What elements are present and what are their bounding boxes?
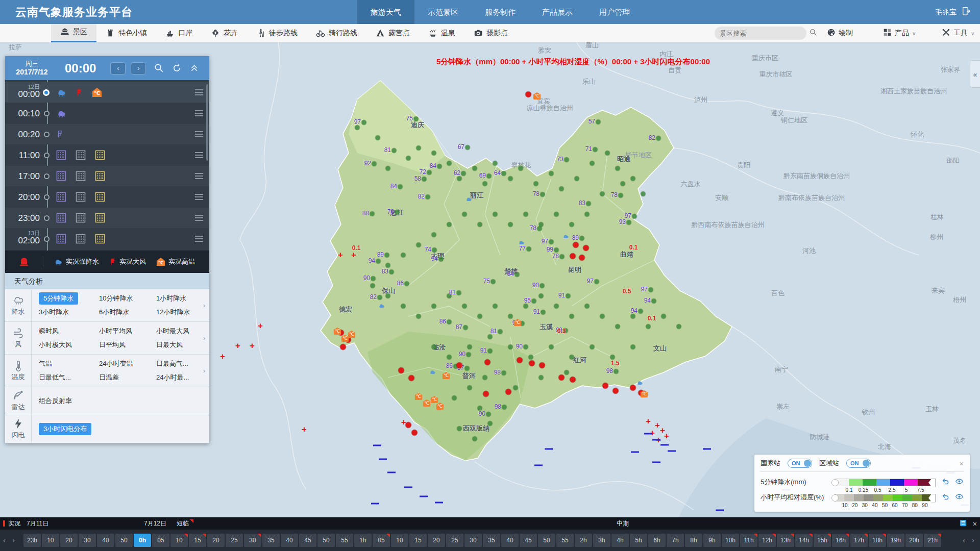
rain-station-dot[interactable] [570,377,576,383]
timebar-right-arrow2[interactable]: › [972,536,974,544]
analysis-option[interactable]: 小时最大风 [156,327,203,336]
station-dot[interactable] [614,369,619,374]
time-button-05[interactable]: 05 [373,534,390,547]
station-dot[interactable] [554,304,559,309]
station-dot[interactable] [646,324,651,329]
analysis-option[interactable]: 组合反射率 [39,396,99,406]
rain-station-dot[interactable] [412,430,418,436]
station-dot[interactable] [541,192,545,197]
station-dot[interactable] [502,371,506,375]
station-dot[interactable] [610,355,615,360]
menu-tab-3[interactable]: 服务制作 [472,0,529,24]
time-button-25[interactable]: 25 [226,534,243,547]
station-dot[interactable] [385,253,389,258]
toolbar-item-camp[interactable]: 露营点 [366,24,419,42]
rain-station-dot[interactable] [340,344,346,350]
station-dot[interactable] [463,325,468,330]
station-dot[interactable] [600,192,605,196]
menu-tab-2[interactable]: 示范景区 [414,0,472,24]
station-dot[interactable] [539,375,544,380]
station-dot[interactable] [355,126,360,130]
station-dot[interactable] [491,280,496,284]
station-dot[interactable] [580,236,584,241]
time-button-10[interactable]: 10 [170,534,188,547]
timeline-row-2300[interactable]: 23:00 [5,208,209,228]
toolbar-item-spring[interactable]: 温泉 [419,24,464,42]
action-product[interactable]: 产品∨ [883,24,916,42]
eye-icon[interactable] [955,492,964,503]
action-draw[interactable]: 绘制 [827,24,853,42]
timeline-radio[interactable] [44,236,50,242]
station-dot[interactable] [432,151,436,156]
station-dot[interactable] [502,405,507,410]
timeline-row-0200-13日[interactable]: 13日02:00 [5,229,209,249]
station-dot[interactable] [371,284,375,288]
station-dot[interactable] [371,277,376,281]
station-dot[interactable] [539,294,544,298]
station-dot[interactable] [376,259,381,264]
time-button-15h[interactable]: 15h [814,534,831,547]
station-dot[interactable] [524,345,528,349]
timeline-radio[interactable] [43,89,50,96]
station-dot[interactable] [486,412,491,417]
station-dot[interactable] [386,294,390,298]
rain-station-dot[interactable] [485,360,491,365]
station-dot[interactable] [560,255,565,259]
station-dot[interactable] [513,386,518,390]
rain-station-dot[interactable] [483,391,489,397]
station-dot[interactable] [416,243,421,247]
station-dot[interactable] [554,212,559,217]
ramp-handle-left[interactable] [831,479,839,486]
row-menu-icon[interactable] [195,171,203,181]
rain-station-dot[interactable] [570,254,576,259]
station-dot[interactable] [473,437,477,441]
user-name[interactable]: 毛兆宝 [935,8,957,17]
rain-station-dot[interactable] [409,375,414,381]
station-dot[interactable] [452,396,457,400]
station-dot[interactable] [641,192,646,196]
time-button-11h[interactable]: 11h [740,534,757,547]
station-dot[interactable] [432,233,436,237]
panel-search-icon[interactable] [154,63,164,73]
time-button-0h[interactable]: 0h [134,534,151,547]
station-dot[interactable] [416,146,421,151]
ramp-handle-left[interactable] [831,494,839,502]
station-dot[interactable] [465,145,470,150]
station-dot[interactable] [468,345,472,349]
time-button-35[interactable]: 35 [483,534,500,547]
station-dot[interactable] [401,253,406,258]
station-dot[interactable] [447,161,452,166]
row-menu-icon[interactable] [195,130,203,139]
time-button-40[interactable]: 40 [281,534,298,547]
station-dot[interactable] [570,314,574,319]
station-dot[interactable] [488,349,493,354]
rain-station-dot[interactable] [630,385,636,391]
time-button-45[interactable]: 45 [520,534,537,547]
analysis-option[interactable]: 24小时变温 [99,359,156,368]
undo-icon[interactable] [941,492,950,503]
time-button-20h[interactable]: 20h [905,534,923,547]
station-dot[interactable] [493,161,498,166]
station-dot[interactable] [616,324,620,329]
station-dot[interactable] [395,210,400,215]
time-button-50[interactable]: 50 [317,534,335,547]
station-dot[interactable] [478,222,482,227]
eye-icon[interactable] [955,477,964,487]
station-dot[interactable] [575,177,579,181]
station-dot[interactable] [519,166,523,171]
analysis-option[interactable]: 气温 [39,359,99,368]
time-button-20[interactable]: 20 [428,534,445,547]
station-dot[interactable] [649,288,653,292]
station-dot[interactable] [631,314,635,319]
station-dot[interactable] [457,291,461,295]
time-button-16h[interactable]: 16h [832,534,849,547]
station-toggle[interactable]: ON [788,459,812,468]
station-dot[interactable] [386,166,390,171]
time-button-12h[interactable]: 12h [758,534,776,547]
analysis-option[interactable]: 10分钟降水 [99,294,156,303]
time-button-30[interactable]: 30 [244,534,261,547]
station-dot[interactable] [590,345,595,349]
menu-tab-1[interactable]: 旅游天气 [357,0,414,24]
timebar-left-arrow[interactable]: ‹ [3,536,6,544]
rain-station-dot[interactable] [603,383,608,389]
